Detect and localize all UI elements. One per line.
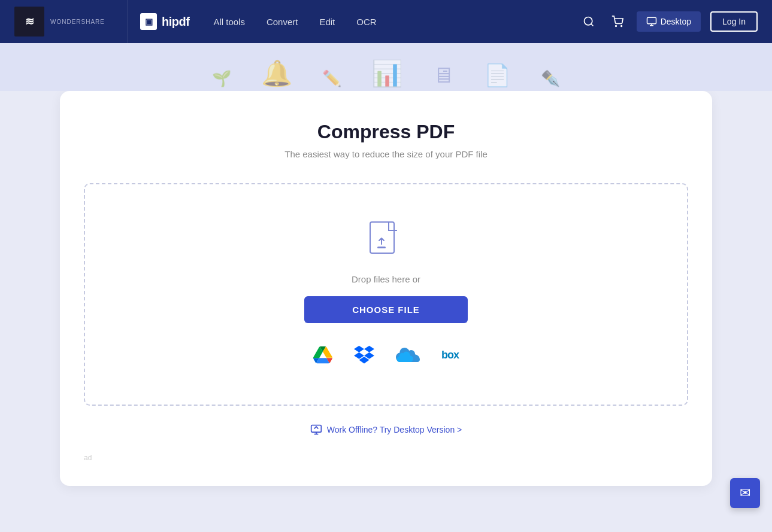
ws-logo-icon: ≋ bbox=[25, 15, 34, 28]
dropbox-icon bbox=[354, 345, 374, 365]
hipdf-icon: ▣ bbox=[140, 13, 157, 30]
deco-plant-icon: 🌱 bbox=[212, 69, 231, 88]
ws-logo-box: ≋ bbox=[14, 7, 44, 37]
deco-icons: 🌱 🔔 ✏️ 📊 🖥 📄 ✒️ bbox=[212, 59, 560, 91]
desktop-icon bbox=[646, 16, 657, 27]
google-drive-icon bbox=[313, 345, 332, 364]
deco-quill-icon: ✒️ bbox=[541, 69, 560, 88]
cloud-icons-row: box bbox=[310, 341, 462, 369]
onedrive-icon bbox=[396, 346, 420, 363]
svg-point-3 bbox=[621, 26, 622, 27]
box-button[interactable]: box bbox=[438, 345, 462, 365]
offline-text[interactable]: Work Offline? Try Desktop Version > bbox=[327, 425, 462, 434]
float-mail-button[interactable]: ✉ bbox=[730, 478, 760, 508]
offline-banner: Work Offline? Try Desktop Version > bbox=[84, 424, 688, 436]
svg-rect-7 bbox=[370, 222, 394, 253]
wondershare-brand: ≋ wondershare bbox=[14, 7, 105, 37]
deco-screen-icon: 🖥 bbox=[432, 63, 454, 88]
page-title: Compress PDF bbox=[84, 121, 688, 143]
nav-edit[interactable]: Edit bbox=[319, 17, 335, 27]
onedrive-button[interactable] bbox=[392, 343, 423, 367]
cart-icon bbox=[611, 16, 623, 28]
nav-ocr[interactable]: OCR bbox=[356, 17, 376, 27]
upload-icon-wrapper bbox=[365, 220, 407, 262]
upload-file-icon bbox=[370, 221, 403, 261]
dropbox-button[interactable] bbox=[350, 341, 378, 369]
ws-brand-text: wondershare bbox=[50, 19, 105, 25]
deco-strip: 🌱 🔔 ✏️ 📊 🖥 📄 ✒️ bbox=[0, 43, 772, 91]
deco-pencil-icon: ✏️ bbox=[322, 69, 341, 88]
choose-file-button[interactable]: CHOOSE FILE bbox=[304, 296, 468, 323]
navbar: ≋ wondershare ▣ hipdf All tools Convert … bbox=[0, 0, 772, 43]
mail-icon: ✉ bbox=[740, 485, 750, 501]
desktop-button[interactable]: Desktop bbox=[637, 11, 701, 32]
hipdf-text: hipdf bbox=[162, 15, 189, 29]
svg-point-2 bbox=[615, 26, 616, 27]
logo-area: ≋ wondershare bbox=[14, 0, 128, 43]
ad-label: ad bbox=[84, 454, 688, 462]
page-subtitle: The easiest way to reduce the size of yo… bbox=[84, 149, 688, 159]
nav-convert[interactable]: Convert bbox=[267, 17, 298, 27]
box-icon: box bbox=[441, 349, 459, 361]
svg-point-0 bbox=[584, 17, 592, 25]
deco-doc-icon: 📄 bbox=[484, 63, 511, 88]
nav-actions: Desktop Log In bbox=[579, 11, 758, 32]
google-drive-button[interactable] bbox=[310, 342, 336, 368]
nav-links: All tools Convert Edit OCR bbox=[213, 17, 579, 27]
card: Compress PDF The easiest way to reduce t… bbox=[60, 91, 712, 486]
svg-rect-4 bbox=[647, 17, 656, 24]
nav-all-tools[interactable]: All tools bbox=[213, 17, 245, 27]
drop-text: Drop files here or bbox=[352, 274, 420, 284]
main-container: Compress PDF The easiest way to reduce t… bbox=[0, 91, 772, 486]
drop-zone[interactable]: Drop files here or CHOOSE FILE bbox=[84, 183, 688, 406]
svg-rect-8 bbox=[377, 247, 386, 248]
svg-line-1 bbox=[591, 24, 594, 26]
deco-lamp-icon: 🔔 bbox=[261, 59, 292, 88]
desktop-offline-icon bbox=[310, 424, 322, 436]
login-button[interactable]: Log In bbox=[710, 11, 758, 32]
search-button[interactable] bbox=[579, 12, 598, 31]
deco-chart-icon: 📊 bbox=[371, 59, 402, 88]
desktop-btn-label: Desktop bbox=[661, 17, 691, 26]
search-icon bbox=[583, 16, 595, 28]
hipdf-brand: ▣ hipdf bbox=[140, 13, 189, 30]
cart-button[interactable] bbox=[608, 12, 627, 31]
